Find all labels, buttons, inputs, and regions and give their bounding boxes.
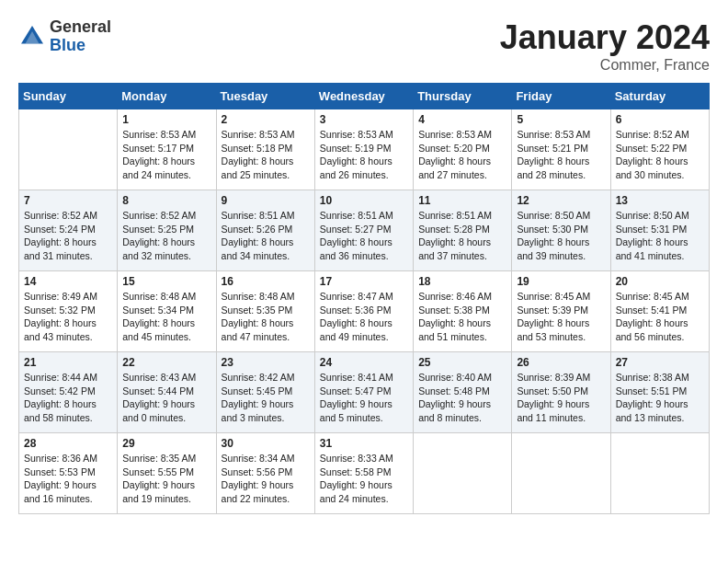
cell-info-line: Sunrise: 8:41 AM [320,371,408,385]
cell-info-line: and 39 minutes. [517,249,605,263]
day-header-saturday: Saturday [610,84,709,109]
cell-info-line: Sunrise: 8:51 AM [418,209,506,223]
cell-info-line: Daylight: 8 hours [222,155,310,168]
cell-info-line: Sunrise: 8:52 AM [122,209,210,223]
cell-info-line: Sunset: 5:32 PM [24,304,112,317]
calendar-cell: 17Sunrise: 8:47 AMSunset: 5:36 PMDayligh… [314,271,413,352]
calendar-cell: 25Sunrise: 8:40 AMSunset: 5:48 PMDayligh… [414,352,512,433]
logo-icon [18,23,46,51]
cell-info-line: Daylight: 9 hours [616,397,704,411]
day-header-tuesday: Tuesday [216,84,314,109]
calendar-cell: 4Sunrise: 8:53 AMSunset: 5:20 PMDaylight… [414,109,512,190]
calendar-cell [512,433,610,514]
cell-info-line: Sunset: 5:20 PM [418,142,506,155]
cell-info-line: Sunset: 5:22 PM [616,142,704,155]
cell-info-line: and 26 minutes. [320,168,408,182]
cell-info-line: Sunset: 5:17 PM [122,142,210,155]
cell-info-line: Sunset: 5:56 PM [222,465,310,479]
day-header-wednesday: Wednesday [314,84,413,109]
cell-info-line: Sunrise: 8:51 AM [320,209,408,223]
cell-info-line: Daylight: 9 hours [320,397,408,411]
cell-info-line: Daylight: 8 hours [122,316,210,330]
cell-info-line: Daylight: 9 hours [222,397,310,411]
cell-info-line: Daylight: 8 hours [24,236,112,249]
cell-info-line: Daylight: 8 hours [320,316,408,330]
cell-info-line: and 47 minutes. [222,330,310,344]
cell-info-line: and 31 minutes. [24,249,112,263]
cell-info-line: Sunrise: 8:43 AM [122,371,210,385]
cell-info-line: Sunrise: 8:48 AM [222,290,310,304]
cell-info-line: and 0 minutes. [122,411,210,425]
day-header-sunday: Sunday [19,84,118,109]
cell-info-line: and 45 minutes. [122,330,210,344]
calendar-cell: 14Sunrise: 8:49 AMSunset: 5:32 PMDayligh… [19,271,118,352]
cell-info-line: Sunrise: 8:34 AM [222,452,310,465]
cell-info-line: Daylight: 9 hours [222,478,310,492]
cell-info-line: Sunrise: 8:33 AM [320,452,408,465]
calendar-cell: 2Sunrise: 8:53 AMSunset: 5:18 PMDaylight… [216,109,314,190]
cell-info-line: Sunrise: 8:47 AM [320,290,408,304]
cell-info-line: Daylight: 8 hours [122,236,210,249]
cell-info-line: Daylight: 8 hours [320,155,408,168]
cell-info-line: and 22 minutes. [222,492,310,506]
cell-info-line: and 58 minutes. [24,411,112,425]
calendar-cell: 29Sunrise: 8:35 AMSunset: 5:55 PMDayligh… [118,433,216,514]
cell-info-line: Sunrise: 8:46 AM [418,290,506,304]
cell-info-line: Sunset: 5:35 PM [222,304,310,317]
day-number: 18 [418,275,506,288]
day-number: 3 [320,113,408,126]
day-number: 31 [320,437,408,450]
cell-info-line: and 32 minutes. [122,249,210,263]
day-number: 15 [122,275,210,288]
cell-info-line: Sunset: 5:31 PM [616,223,704,236]
cell-info-line: and 41 minutes. [616,249,704,263]
cell-info-line: Daylight: 8 hours [616,236,704,249]
cell-info-line: Sunset: 5:36 PM [320,304,408,317]
month-year-title: January 2024 [500,18,710,57]
day-number: 21 [24,356,112,369]
cell-info-line: Daylight: 8 hours [122,155,210,168]
cell-info-line: Sunrise: 8:44 AM [24,371,112,385]
day-number: 5 [517,113,605,126]
logo-blue: Blue [50,37,111,55]
day-number: 14 [24,275,112,288]
cell-info-line: and 13 minutes. [616,411,704,425]
cell-info-line: Sunset: 5:28 PM [418,223,506,236]
cell-info-line: Sunrise: 8:38 AM [616,371,704,385]
cell-info-line: Sunset: 5:38 PM [418,304,506,317]
calendar-cell: 30Sunrise: 8:34 AMSunset: 5:56 PMDayligh… [216,433,314,514]
day-number: 8 [122,194,210,207]
page-header: General Blue January 2024 Commer, France [18,18,710,74]
logo: General Blue [18,18,111,55]
calendar-cell: 28Sunrise: 8:36 AMSunset: 5:53 PMDayligh… [19,433,118,514]
calendar-cell: 9Sunrise: 8:51 AMSunset: 5:26 PMDaylight… [216,190,314,271]
calendar-cell: 31Sunrise: 8:33 AMSunset: 5:58 PMDayligh… [314,433,413,514]
day-number: 9 [222,194,310,207]
cell-info-line: Daylight: 8 hours [418,236,506,249]
cell-info-line: Sunset: 5:41 PM [616,304,704,317]
cell-info-line: Daylight: 8 hours [320,236,408,249]
calendar-week-row: 14Sunrise: 8:49 AMSunset: 5:32 PMDayligh… [19,271,710,352]
calendar-cell: 11Sunrise: 8:51 AMSunset: 5:28 PMDayligh… [414,190,512,271]
cell-info-line: and 51 minutes. [418,330,506,344]
cell-info-line: Sunset: 5:34 PM [122,304,210,317]
cell-info-line: Sunrise: 8:50 AM [616,209,704,223]
calendar-cell: 10Sunrise: 8:51 AMSunset: 5:27 PMDayligh… [314,190,413,271]
calendar-cell: 1Sunrise: 8:53 AMSunset: 5:17 PMDaylight… [118,109,216,190]
cell-info-line: and 43 minutes. [24,330,112,344]
cell-info-line: Sunset: 5:39 PM [517,304,605,317]
cell-info-line: Sunrise: 8:48 AM [122,290,210,304]
cell-info-line: and 49 minutes. [320,330,408,344]
day-number: 17 [320,275,408,288]
calendar-cell [414,433,512,514]
cell-info-line: Daylight: 9 hours [320,478,408,492]
calendar-cell [610,433,709,514]
cell-info-line: Sunrise: 8:53 AM [222,128,310,142]
cell-info-line: Daylight: 8 hours [517,236,605,249]
cell-info-line: Sunset: 5:55 PM [122,465,210,479]
cell-info-line: Daylight: 8 hours [222,236,310,249]
cell-info-line: Sunset: 5:26 PM [222,223,310,236]
calendar-cell: 13Sunrise: 8:50 AMSunset: 5:31 PMDayligh… [610,190,709,271]
cell-info-line: Sunrise: 8:53 AM [320,128,408,142]
cell-info-line: Sunset: 5:53 PM [24,465,112,479]
